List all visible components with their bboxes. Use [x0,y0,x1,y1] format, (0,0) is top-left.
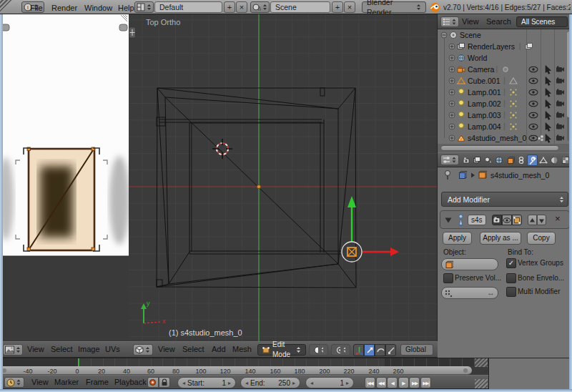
preserve-volume-checkbox[interactable] [443,273,453,283]
increment-arrow[interactable]: ▸ [292,380,295,386]
menu-help[interactable]: Help [118,4,134,12]
increment-arrow[interactable]: ▸ [228,380,231,386]
multi-modifier-checkbox[interactable] [506,287,516,297]
uv-menu-select[interactable]: Select [51,345,73,353]
uv-menu-uvs[interactable]: UVs [105,345,120,353]
outliner-menu-search[interactable]: Search [486,17,511,26]
outliner-row[interactable]: Cube.001| [438,75,566,87]
tl-menu-view[interactable]: View [31,378,49,386]
properties-tab-modifier[interactable] [527,155,538,166]
outliner-hscrollbar[interactable] [438,144,572,152]
properties-tab-render[interactable] [461,155,472,166]
selectability-pointer-icon[interactable] [543,122,551,132]
expand-toggle-icon[interactable] [448,54,455,62]
expand-toggle-icon[interactable] [448,77,455,84]
renderability-camera-icon[interactable] [556,65,565,73]
vp-menu-mesh[interactable]: Mesh [232,345,252,353]
modifier-delete-button[interactable]: × [555,213,561,224]
outliner-item-label[interactable]: Camera [468,65,494,74]
outliner-row[interactable]: RenderLayers| [438,41,566,52]
mesh-wireframe[interactable] [157,88,356,288]
properties-tab-object[interactable] [506,155,516,166]
ruler-end-dot-right[interactable] [463,368,468,373]
properties-tab-scene[interactable] [483,155,494,166]
outliner-row[interactable]: Lamp.001| [438,87,566,98]
toolbar-expand-tab[interactable] [129,27,136,38]
expand-toggle-icon[interactable] [448,123,455,130]
outliner-row[interactable]: World [438,52,566,64]
increment-arrow[interactable]: ▸ [346,380,349,386]
object-field[interactable] [441,258,498,270]
visibility-eye-icon[interactable] [528,123,538,130]
selectability-pointer-icon[interactable] [543,134,551,143]
outliner-item-label[interactable]: s4studio_mesh_0 [468,134,526,142]
visibility-eye-icon[interactable] [528,66,538,73]
apply-button[interactable]: Apply [443,232,472,245]
renderability-camera-icon[interactable] [556,77,565,84]
copy-button[interactable]: Copy [527,232,556,245]
modifier-move-up-button[interactable] [528,215,537,225]
editor-type-selector-3d[interactable] [133,344,153,356]
vp-menu-view[interactable]: View [158,345,175,353]
outliner-row[interactable]: Lamp.003| [438,109,566,121]
transform-orientation-dropdown[interactable]: Global [400,344,433,356]
outliner-item-label[interactable]: Scene [460,31,481,39]
renderability-camera-icon[interactable] [556,99,565,107]
selectability-pointer-icon[interactable] [543,111,551,120]
expand-toggle-icon[interactable] [448,89,455,96]
outliner-row[interactable]: Camera| [438,64,566,75]
outliner-row[interactable]: Lamp.004| [438,121,566,132]
modifier-show-editmode-toggle[interactable] [512,215,522,225]
play-reverse-button[interactable]: ◀ [387,377,398,388]
visibility-eye-icon[interactable] [528,89,538,96]
expand-toggle-icon[interactable] [448,100,455,107]
scrollbar-tab-right[interactable] [119,24,127,31]
decrement-arrow[interactable]: ◂ [182,380,185,386]
timeline-ruler[interactable]: -40-200204060801001201401601802002202402… [0,366,488,375]
visibility-eye-icon[interactable] [528,134,538,142]
visibility-eye-icon[interactable] [528,100,538,107]
renderability-camera-icon[interactable] [556,134,565,142]
scene-selector[interactable] [250,1,270,13]
vp-menu-add[interactable]: Add [212,345,226,353]
outliner-item-label[interactable]: Lamp.002 [468,99,501,108]
auto-keyframe-button[interactable] [147,377,159,388]
translate-manipulator[interactable] [342,196,399,262]
expand-toggle-icon[interactable] [448,112,455,119]
end-frame-field[interactable]: ◂ End: 250 ▸ [240,377,300,388]
vertex-group-field[interactable]: ↔ [441,287,498,299]
mode-dropdown[interactable]: Edit Mode [257,344,306,356]
vp-menu-select[interactable]: Select [182,345,204,353]
modifier-render-toggle[interactable] [492,215,502,225]
manipulator-rotate-button[interactable] [375,344,385,356]
tl-menu-marker[interactable]: Marker [54,378,79,386]
selectability-pointer-icon[interactable] [543,65,551,74]
outliner-item-label[interactable]: Lamp.001 [468,88,501,97]
scene-name-field[interactable]: Scene [270,1,330,13]
close-layout-button[interactable]: × [236,1,247,13]
visibility-eye-icon[interactable] [528,77,538,84]
viewport-shading-dropdown[interactable] [309,344,328,356]
renderability-camera-icon[interactable] [556,88,565,96]
selectability-pointer-icon[interactable] [543,88,551,97]
expand-toggle-icon[interactable] [448,66,455,73]
modifier-name-field[interactable] [468,215,486,225]
add-layout-button[interactable]: + [224,1,235,13]
screen-layout-name-field[interactable]: Default [154,1,222,13]
menu-render[interactable]: Render [51,4,77,12]
jump-to-start-button[interactable]: |◀◀ [365,377,375,388]
outliner-row[interactable]: s4studio_mesh_0| [438,132,566,144]
expand-toggle-icon[interactable] [448,134,455,142]
manipulator-scale-button[interactable] [385,344,396,356]
mesh-data-icon[interactable] [478,170,487,180]
viewport-3d[interactable]: yxTop Ortho(1) s4studio_mesh_0 [129,14,438,341]
add-modifier-dropdown[interactable]: Add Modifier [441,192,568,207]
expand-toggle-icon[interactable] [440,31,448,39]
screen-layout-selector[interactable] [134,1,154,13]
play-button[interactable]: ▶ [398,377,409,388]
modifier-show-viewport-toggle[interactable] [502,215,512,225]
current-frame-field[interactable]: ◂ 1 ▸ [305,377,354,388]
outliner-item-label[interactable]: Lamp.003 [468,111,501,119]
start-frame-field[interactable]: ◂ Start: 1 ▸ [177,377,236,388]
outliner-item-label[interactable]: Cube.001 [468,77,500,85]
